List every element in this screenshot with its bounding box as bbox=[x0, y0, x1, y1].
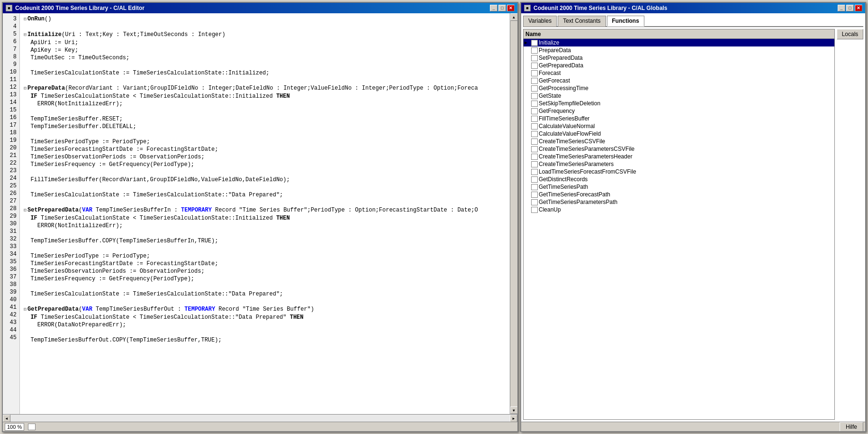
list-item[interactable]: Forecast bbox=[524, 69, 834, 77]
code-line: IF TimeSeriesCalculationState < TimeSeri… bbox=[24, 314, 506, 321]
function-name: CreateTimeSeriesParameters bbox=[539, 161, 833, 167]
code-line: TimeSeriesForecastingStartDate := Foreca… bbox=[24, 260, 506, 268]
scroll-down-button[interactable]: ▼ bbox=[510, 406, 518, 414]
list-item[interactable]: GetTimeSeriesParametersPath bbox=[524, 198, 834, 206]
code-line: TimeSeriesCalculationState := TimeSeries… bbox=[24, 69, 506, 77]
list-item-checkbox[interactable] bbox=[531, 40, 538, 46]
list-item-checkbox[interactable] bbox=[531, 93, 538, 99]
list-item-checkbox[interactable] bbox=[531, 154, 538, 160]
list-item[interactable]: GetProcessingTime bbox=[524, 84, 834, 92]
function-name: GetForecast bbox=[539, 77, 833, 84]
h-scroll-track[interactable] bbox=[10, 415, 510, 422]
maximize-button[interactable]: □ bbox=[498, 5, 506, 11]
list-item[interactable]: FillTimeSeriesBuffer bbox=[524, 115, 834, 122]
list-item[interactable]: GetPreparedData bbox=[524, 62, 834, 69]
code-line: TimeSeriesPeriodType := PeriodType; bbox=[24, 138, 506, 146]
list-item[interactable]: GetTimeSeriesPath bbox=[524, 183, 834, 191]
list-item[interactable]: CalculateValueFlowField bbox=[524, 130, 834, 138]
functions-panel: Name ▶InitializePrepareDataSetPreparedDa… bbox=[523, 29, 863, 420]
tab-variables[interactable]: Variables bbox=[523, 16, 557, 27]
list-item[interactable]: CreateTimeSeriesParametersHeader bbox=[524, 153, 834, 160]
list-item[interactable]: SetPreparedData bbox=[524, 54, 834, 62]
locals-button[interactable]: Locals bbox=[837, 29, 863, 39]
list-item-checkbox[interactable] bbox=[531, 116, 538, 122]
titlebar-left: ■ Codeunit 2000 Time Series Library - C/… bbox=[6, 5, 145, 11]
editor-icon: ■ bbox=[6, 5, 12, 11]
list-item[interactable]: CreateTimeSeriesParameters bbox=[524, 160, 834, 168]
list-item-checkbox[interactable] bbox=[531, 199, 538, 205]
code-line: ⊞Initialize(Uri : Text;Key : Text;TimeOu… bbox=[24, 31, 506, 39]
globals-close-button[interactable]: ✕ bbox=[855, 5, 862, 11]
code-area[interactable]: ⊞OnRun()⊞Initialize(Uri : Text;Key : Tex… bbox=[20, 13, 510, 414]
code-line: ⊞PrepareData(RecordVariant : Variant;Gro… bbox=[24, 84, 506, 92]
function-name: GetPreparedData bbox=[539, 62, 833, 69]
list-item-checkbox[interactable] bbox=[531, 207, 538, 213]
list-item-checkbox[interactable] bbox=[531, 139, 538, 145]
hilfe-button[interactable]: Hilfe bbox=[840, 422, 863, 432]
list-item[interactable]: PrepareData bbox=[524, 46, 834, 54]
tab-functions[interactable]: Functions bbox=[607, 16, 644, 27]
list-item-checkbox[interactable] bbox=[531, 146, 538, 152]
code-line: ERROR(NotInitializedErr); bbox=[24, 100, 506, 108]
list-item-checkbox[interactable] bbox=[531, 161, 538, 167]
list-item-checkbox[interactable] bbox=[531, 85, 538, 92]
code-line: ⊞GetPreparedData(VAR TempTimeSeriesBuffe… bbox=[24, 305, 506, 314]
tabs-bar: VariablesText ConstantsFunctions bbox=[523, 15, 863, 27]
vertical-scrollbar[interactable]: ▲ ▼ bbox=[510, 13, 517, 414]
functions-list-body[interactable]: ▶InitializePrepareDataSetPreparedDataGet… bbox=[524, 39, 834, 419]
list-item[interactable]: CreateTimeSeriesParametersCSVFile bbox=[524, 145, 834, 153]
list-item[interactable]: CalculateValueNormal bbox=[524, 122, 834, 130]
code-line: ERROR(DataNotPreparedErr); bbox=[24, 321, 506, 329]
locals-btn-container: Locals bbox=[835, 29, 863, 420]
scroll-right-button[interactable]: ► bbox=[510, 415, 517, 422]
list-item[interactable]: GetForecast bbox=[524, 77, 834, 84]
list-item-checkbox[interactable] bbox=[531, 47, 538, 54]
list-item-checkbox[interactable] bbox=[531, 184, 538, 190]
minimize-button[interactable]: _ bbox=[490, 5, 497, 11]
globals-bottom-bar: Hilfe bbox=[521, 422, 865, 431]
code-line: TimeSeriesObservationPeriods := Observat… bbox=[24, 268, 506, 275]
close-button[interactable]: ✕ bbox=[507, 5, 515, 11]
function-name: GetTimeSeriesParametersPath bbox=[539, 199, 833, 205]
function-name: SetPreparedData bbox=[539, 55, 833, 61]
list-item[interactable]: GetFrequency bbox=[524, 107, 834, 115]
list-item[interactable]: ▶Initialize bbox=[524, 39, 834, 46]
list-item[interactable]: GetState bbox=[524, 92, 834, 100]
list-item[interactable]: SetSkipTempfileDeletion bbox=[524, 100, 834, 107]
list-item-checkbox[interactable] bbox=[531, 108, 538, 114]
list-item-checkbox[interactable] bbox=[531, 78, 538, 84]
list-item-checkbox[interactable] bbox=[531, 131, 538, 137]
function-name: LoadTimeSeriesForecastFromCSVFile bbox=[539, 168, 833, 175]
list-item[interactable]: CleanUp bbox=[524, 206, 834, 213]
tab-text-constants[interactable]: Text Constants bbox=[558, 16, 606, 27]
globals-window: ■ Codeunit 2000 Time Series Library - C/… bbox=[520, 2, 866, 432]
globals-minimize-button[interactable]: _ bbox=[838, 5, 845, 11]
list-item-checkbox[interactable] bbox=[531, 101, 538, 107]
scroll-up-button[interactable]: ▲ bbox=[510, 13, 518, 21]
code-line: ERROR(NotInitializedErr); bbox=[24, 222, 506, 230]
list-item-checkbox[interactable] bbox=[531, 63, 538, 69]
code-line: TempTimeSeriesBuffer.COPY(TempTimeSeries… bbox=[24, 237, 506, 245]
scroll-left-button[interactable]: ◄ bbox=[3, 415, 10, 422]
list-item-checkbox[interactable] bbox=[531, 70, 538, 76]
code-line bbox=[24, 62, 506, 69]
list-item-arrow: ▶ bbox=[524, 40, 531, 46]
list-item-checkbox[interactable] bbox=[531, 176, 538, 183]
code-line bbox=[24, 329, 506, 336]
list-item-checkbox[interactable] bbox=[531, 192, 538, 198]
list-item-checkbox[interactable] bbox=[531, 123, 538, 129]
list-item-checkbox[interactable] bbox=[531, 55, 538, 61]
list-item[interactable]: GetDistinctRecords bbox=[524, 175, 834, 183]
list-item[interactable]: CreateTimeSeriesCSVFile bbox=[524, 138, 834, 145]
function-name: Initialize bbox=[539, 39, 833, 46]
code-line: TimeSeriesFrequency := GetFrequency(Peri… bbox=[24, 161, 506, 168]
list-item-checkbox[interactable] bbox=[531, 169, 538, 175]
code-line: TempTimeSeriesBuffer.DELETEALL; bbox=[24, 123, 506, 130]
function-name: PrepareData bbox=[539, 47, 833, 54]
list-item[interactable]: LoadTimeSeriesForecastFromCSVFile bbox=[524, 168, 834, 175]
globals-maximize-button[interactable]: □ bbox=[846, 5, 854, 11]
function-name: GetState bbox=[539, 92, 833, 99]
editor-window: ■ Codeunit 2000 Time Series Library - C/… bbox=[2, 2, 518, 432]
list-item[interactable]: GetTimeSeriesForecastPath bbox=[524, 191, 834, 198]
code-line: TimeSeriesCalculationState := TimeSeries… bbox=[24, 191, 506, 199]
